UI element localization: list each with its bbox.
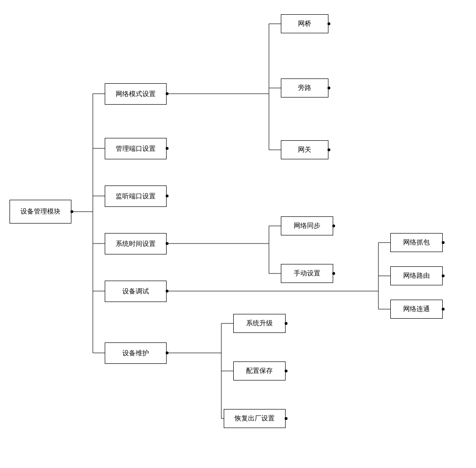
node-n1c: 网关: [281, 140, 328, 159]
node-n2: 管理端口设置: [105, 138, 167, 159]
node-n6: 设备维护: [105, 342, 167, 364]
node-n5: 设备调试: [105, 281, 167, 302]
node-n4b: 手动设置: [281, 264, 333, 283]
node-root: 设备管理模块: [10, 200, 71, 224]
node-n6c: 恢复出厂设置: [224, 409, 286, 428]
node-n1b: 旁路: [281, 78, 328, 98]
node-n4a: 网络同步: [281, 216, 333, 235]
node-n4: 系统时间设置: [105, 233, 167, 254]
node-n6a: 系统升级: [233, 314, 286, 333]
node-n3: 监听端口设置: [105, 185, 167, 207]
node-n1a: 网桥: [281, 14, 328, 33]
diagram: 设备管理模块 网络模式设置 管理端口设置 监听端口设置 系统时间设置 设备调试 …: [0, 0, 476, 468]
node-n1: 网络模式设置: [105, 83, 167, 105]
node-n5c: 网络连通: [390, 300, 443, 319]
node-n5a: 网络抓包: [390, 233, 443, 252]
node-n6b: 配置保存: [233, 361, 286, 380]
node-n5b: 网络路由: [390, 266, 443, 285]
